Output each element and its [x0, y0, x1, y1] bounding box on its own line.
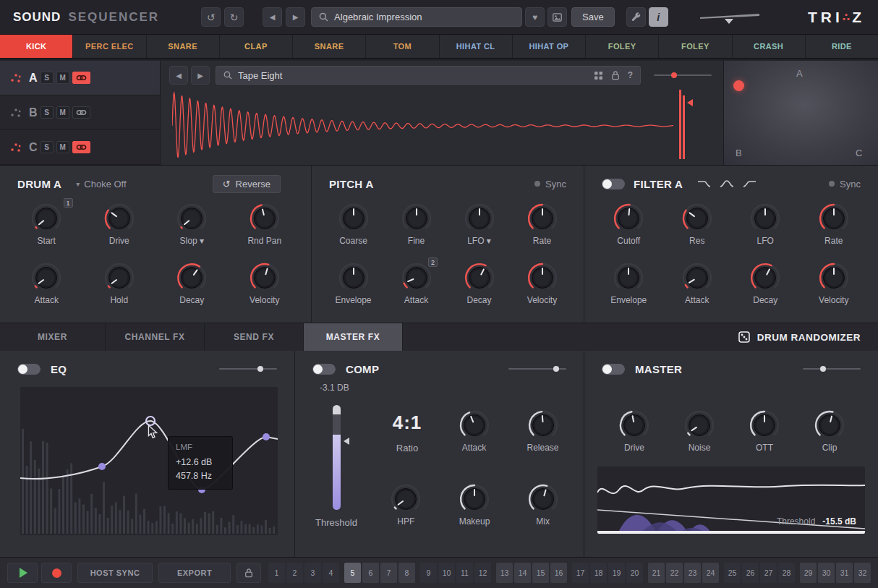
filter-enable-toggle[interactable]	[602, 179, 625, 189]
pad-foley[interactable]: FOLEY	[659, 35, 732, 58]
slider-handle[interactable]	[820, 366, 826, 372]
knob-noise[interactable]: Noise	[667, 409, 732, 453]
sample-name-bar[interactable]: Tape Eight ?	[216, 66, 641, 85]
reverse-button[interactable]: ↺ Reverse	[213, 175, 281, 193]
layer-row-a[interactable]: ASM	[0, 61, 160, 95]
redo-button[interactable]: ↻	[224, 7, 244, 27]
layer-row-c[interactable]: CSM	[0, 130, 160, 165]
info-button[interactable]: i	[649, 7, 668, 27]
knob-lfo[interactable]: LFO	[731, 202, 800, 246]
knob-ott[interactable]: OTT	[732, 409, 797, 453]
pad-snare[interactable]: SNARE	[293, 35, 366, 58]
step-3[interactable]: 3	[304, 563, 321, 583]
tab-mixer[interactable]: MIXER	[0, 323, 106, 351]
filter-sync-toggle[interactable]: Sync	[829, 179, 861, 189]
step-21[interactable]: 21	[648, 563, 665, 583]
step-8[interactable]: 8	[398, 563, 415, 583]
threshold-slider[interactable]	[333, 405, 341, 510]
host-sync-button[interactable]: HOST SYNC	[77, 563, 153, 583]
settings-button[interactable]	[626, 7, 646, 27]
step-14[interactable]: 14	[514, 563, 531, 583]
step-7[interactable]: 7	[380, 563, 397, 583]
drum-randomizer-button[interactable]: DRUM RANDOMIZER	[738, 323, 861, 351]
step-12[interactable]: 12	[474, 563, 491, 583]
help-icon[interactable]: ?	[628, 70, 633, 80]
choke-selector[interactable]: ▾ Choke Off	[76, 179, 126, 189]
knob-makeup[interactable]: Makeup	[440, 482, 509, 527]
sample-waveform[interactable]	[172, 88, 678, 163]
knob-attack[interactable]: Attack	[10, 261, 83, 305]
lock-icon[interactable]	[611, 70, 620, 80]
knob-envelope[interactable]: Envelope	[322, 261, 385, 305]
prev-sample-button[interactable]: ◀	[169, 66, 188, 85]
pattern-lock-button[interactable]	[236, 563, 261, 583]
slider-handle[interactable]	[671, 72, 677, 78]
play-button[interactable]	[7, 563, 38, 583]
slider-handle[interactable]	[553, 366, 559, 372]
pad-snare[interactable]: SNARE	[147, 35, 220, 58]
prev-preset-button[interactable]: ◀	[263, 7, 282, 27]
solo-button[interactable]: S	[41, 141, 54, 153]
mute-button[interactable]: M	[56, 106, 69, 119]
step-24[interactable]: 24	[702, 563, 719, 583]
master-enable-toggle[interactable]	[602, 364, 625, 375]
tab-master-fx[interactable]: MASTER FX	[304, 323, 403, 351]
solo-button[interactable]: S	[41, 72, 54, 84]
knob-hpf[interactable]: HPF	[372, 482, 440, 527]
step-13[interactable]: 13	[496, 563, 513, 583]
knob-envelope[interactable]: Envelope	[594, 261, 663, 305]
step-30[interactable]: 30	[818, 563, 835, 583]
knob-drive[interactable]: Drive	[83, 202, 156, 246]
pitch-sync-toggle[interactable]: Sync	[534, 179, 566, 189]
random-sample-icon[interactable]	[594, 71, 603, 80]
page-tab-sound[interactable]: SOUND	[13, 10, 61, 25]
knob-decay[interactable]: Decay	[155, 261, 229, 305]
step-27[interactable]: 27	[760, 563, 777, 583]
knob-velocity[interactable]: Velocity	[229, 261, 302, 305]
knob-mix[interactable]: Mix	[508, 482, 577, 527]
knob-attack[interactable]: 2Attack	[385, 261, 448, 305]
step-15[interactable]: 15	[532, 563, 549, 583]
step-10[interactable]: 10	[438, 563, 455, 583]
comp-mix-slider[interactable]	[508, 364, 566, 374]
eq-graph[interactable]: LMF +12.6 dB 457.8 Hz	[20, 387, 278, 535]
page-tab-sequencer[interactable]: SEQUENCER	[68, 10, 159, 25]
knob-drive[interactable]: Drive	[602, 409, 667, 453]
step-31[interactable]: 31	[836, 563, 853, 583]
mute-button[interactable]: M	[56, 72, 69, 84]
pad-crash[interactable]: CRASH	[733, 35, 806, 58]
knob-clip[interactable]: Clip	[797, 409, 862, 453]
knob-rate[interactable]: Rate	[511, 202, 574, 246]
step-20[interactable]: 20	[626, 563, 643, 583]
knob-lfo[interactable]: LFO ▾	[448, 202, 511, 246]
knob-coarse[interactable]: Coarse	[322, 202, 385, 246]
bandpass-filter-icon[interactable]	[718, 177, 736, 190]
save-button[interactable]: Save	[571, 7, 615, 27]
step-29[interactable]: 29	[800, 563, 817, 583]
knob-release[interactable]: Release	[508, 409, 577, 453]
master-mix-slider[interactable]	[803, 364, 861, 374]
output-level-slider[interactable]	[700, 9, 762, 26]
ratio-control[interactable]: 4:1 Ratio	[375, 412, 440, 453]
favorite-button[interactable]: ♥	[525, 7, 545, 27]
step-18[interactable]: 18	[590, 563, 607, 583]
xy-position-dot[interactable]	[733, 80, 744, 91]
step-19[interactable]: 19	[608, 563, 625, 583]
step-11[interactable]: 11	[456, 563, 473, 583]
step-17[interactable]: 17	[572, 563, 589, 583]
step-4[interactable]: 4	[323, 563, 339, 583]
next-sample-button[interactable]: ▶	[191, 66, 210, 85]
pad-foley[interactable]: FOLEY	[586, 35, 659, 58]
undo-button[interactable]: ↺	[201, 7, 221, 27]
knob-decay[interactable]: Decay	[731, 261, 800, 305]
knob-attack[interactable]: Attack	[440, 409, 508, 453]
tab-send-fx[interactable]: SEND FX	[205, 323, 304, 351]
knob-attack[interactable]: Attack	[663, 261, 732, 305]
lowpass-filter-icon[interactable]	[696, 177, 713, 190]
pad-hihat-op[interactable]: HIHAT OP	[513, 35, 586, 58]
pad-clap[interactable]: CLAP	[220, 35, 293, 58]
knob-slop[interactable]: Slop ▾	[155, 202, 229, 246]
solo-button[interactable]: S	[41, 106, 54, 119]
tab-channel-fx[interactable]: CHANNEL FX	[106, 323, 205, 351]
knob-start[interactable]: 1Start	[10, 202, 83, 246]
